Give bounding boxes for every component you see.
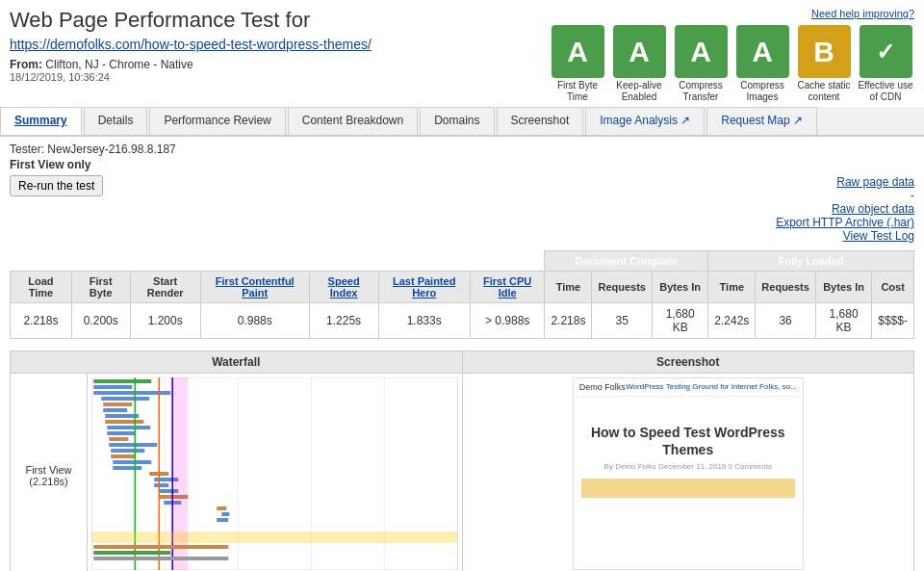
tab-domains[interactable]: Domains: [420, 107, 494, 135]
col-load-time: Load Time: [11, 272, 72, 303]
svg-rect-11: [105, 414, 139, 418]
svg-rect-36: [93, 551, 170, 555]
top-header: Web Page Performance Test for https://de…: [0, 0, 924, 107]
svg-rect-13: [107, 426, 150, 429]
screenshot-header: Demo Folks WordPress Testing Ground for …: [574, 378, 803, 397]
title-section: Web Page Performance Test for https://de…: [10, 8, 549, 83]
from-label: From:: [10, 58, 42, 71]
grade-compress-images: A Compress Images: [733, 25, 791, 103]
col-first-cpu: First CPU Idle: [470, 272, 545, 303]
cell-doc-requests: 35: [592, 303, 653, 339]
waterfall-section: Waterfall First View (2.218s): [11, 351, 463, 571]
svg-rect-34: [91, 532, 457, 543]
rerun-button[interactable]: Re-run the test: [10, 175, 103, 196]
first-view-label: First View only: [10, 158, 914, 171]
from-value: Clifton, NJ - Chrome - Native: [45, 58, 192, 71]
doc-complete-header: Document Complete: [545, 251, 708, 272]
screenshot-image-area: Demo Folks WordPress Testing Ground for …: [463, 374, 914, 571]
raw-object-data-link[interactable]: Raw object data: [776, 202, 914, 216]
first-view-waterfall-label: First View (2.218s): [11, 374, 88, 571]
content-area: Tester: NewJersey-216.98.8.187 First Vie…: [0, 137, 924, 571]
cell-full-time: 2.242s: [708, 303, 756, 339]
col-start-render: Start Render: [130, 272, 200, 303]
main-url[interactable]: https://demofolks.com/how-to-speed-test-…: [10, 37, 372, 52]
grades-section: Need help improving? A First Byte Time A…: [549, 8, 914, 103]
fully-loaded-header: Fully Loaded: [708, 251, 914, 272]
svg-rect-10: [103, 408, 127, 412]
raw-page-data-link[interactable]: Raw page data: [776, 175, 914, 189]
cell-doc-bytes: 1,680 KB: [652, 303, 707, 339]
svg-rect-14: [107, 431, 136, 435]
results-table-wrapper: Document Complete Fully Loaded Load Time…: [10, 250, 914, 339]
tab-summary[interactable]: Summary: [0, 107, 82, 135]
grade-first-byte: A First Byte Time: [549, 25, 606, 103]
tab-details[interactable]: Details: [84, 107, 148, 135]
col-fcp: First Contentful Paint: [200, 272, 309, 303]
export-http-link[interactable]: Export HTTP Archive (.har): [776, 216, 914, 229]
actions-row: Re-run the test Raw page data - Raw obje…: [10, 175, 914, 243]
tab-performance-review[interactable]: Performance Review: [149, 107, 285, 135]
svg-rect-27: [217, 506, 226, 510]
tab-image-analysis[interactable]: Image Analysis ↗: [585, 107, 705, 135]
cell-speed-index: 1.225s: [309, 303, 378, 339]
waterfall-image: [88, 374, 462, 571]
col-full-requests: Requests: [756, 272, 816, 303]
svg-rect-5: [93, 379, 151, 383]
raw-links: Raw page data - Raw object data Export H…: [776, 175, 914, 243]
cell-full-bytes: 1,680 KB: [815, 303, 871, 339]
cell-load-time: 2.218s: [11, 303, 72, 339]
grade-cache-static: B Cache static content: [795, 25, 853, 103]
col-full-bytes: Bytes In: [815, 272, 871, 303]
nav-tabs: Summary Details Performance Review Conte…: [0, 107, 924, 137]
svg-rect-29: [217, 518, 228, 522]
cell-full-requests: 36: [756, 303, 816, 339]
cell-cost: $$$$-: [872, 303, 914, 339]
help-link[interactable]: Need help improving?: [811, 8, 914, 19]
svg-rect-35: [93, 545, 228, 549]
screenshot-tagline: WordPress Testing Ground for Internet Fo…: [626, 382, 797, 392]
waterfall-title: Waterfall: [11, 351, 462, 374]
svg-rect-16: [109, 443, 157, 447]
table-row: 2.218s 0.200s 1.200s 0.988s 1.225s 1.833…: [11, 303, 914, 339]
cell-start-render: 1.200s: [130, 303, 200, 339]
waterfall-content: First View (2.218s): [11, 374, 462, 571]
svg-rect-12: [105, 420, 143, 424]
col-doc-bytes: Bytes In: [652, 272, 707, 303]
svg-rect-8: [101, 397, 149, 401]
svg-rect-6: [93, 385, 132, 389]
main-title: Web Page Performance Test for: [10, 8, 549, 33]
results-table: Document Complete Fully Loaded Load Time…: [10, 250, 914, 339]
col-doc-time: Time: [545, 272, 592, 303]
screenshot-preview: Demo Folks WordPress Testing Ground for …: [573, 377, 804, 570]
grade-cdn: ✓ Effective use of CDN: [857, 25, 914, 103]
view-test-log-link[interactable]: View Test Log: [776, 229, 914, 243]
col-first-byte: First Byte: [71, 272, 130, 303]
tab-request-map[interactable]: Request Map ↗: [706, 107, 817, 135]
col-doc-requests: Requests: [592, 272, 653, 303]
cell-first-byte: 0.200s: [71, 303, 130, 339]
col-full-time: Time: [708, 272, 756, 303]
svg-rect-15: [109, 437, 128, 441]
svg-rect-23: [154, 483, 168, 487]
screenshot-banner: [581, 479, 795, 498]
svg-rect-37: [93, 557, 228, 560]
tab-content-breakdown[interactable]: Content Breakdown: [288, 107, 418, 135]
waterfall-svg: [91, 377, 458, 570]
screenshot-article-title: How to Speed Test WordPress Themes: [581, 424, 795, 458]
svg-rect-9: [103, 402, 132, 406]
cell-last-painted: 1.833s: [378, 303, 470, 339]
svg-rect-19: [113, 460, 151, 464]
waterfall-screenshot-section: Waterfall First View (2.218s): [10, 350, 914, 571]
cell-doc-time: 2.218s: [545, 303, 592, 339]
grades-row: A First Byte Time A Keep-alive Enabled A…: [549, 25, 914, 103]
tab-screenshot[interactable]: Screenshot: [497, 107, 584, 135]
screenshot-body: How to Speed Test WordPress Themes By De…: [574, 397, 803, 506]
svg-rect-28: [221, 512, 229, 516]
grade-compress-transfer: A Compress Transfer: [672, 25, 730, 103]
grade-keep-alive: A Keep-alive Enabled: [610, 25, 668, 103]
col-cost: Cost: [872, 272, 914, 303]
svg-rect-18: [111, 454, 135, 458]
col-last-painted: Last Painted Hero: [378, 272, 470, 303]
date-info: 18/12/2019, 10:36:24: [10, 71, 549, 83]
tester-info: Tester: NewJersey-216.98.8.187: [10, 143, 914, 156]
